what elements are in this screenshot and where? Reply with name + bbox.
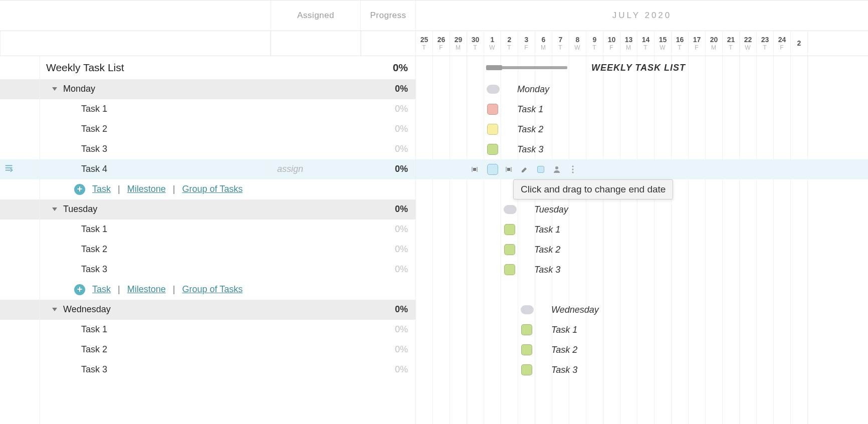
task-bar-label: Task 2 [551, 345, 577, 355]
date-col[interactable]: 8W [569, 31, 586, 56]
task-name[interactable]: Task 2 [81, 344, 107, 355]
task-bar[interactable] [487, 104, 498, 115]
end-date-handle-icon[interactable] [503, 164, 514, 175]
header-month: JULY 2020 [416, 1, 868, 31]
task-name[interactable]: Task 2 [81, 124, 107, 134]
add-milestone-link[interactable]: Milestone [127, 184, 166, 194]
task-name[interactable]: Task 3 [81, 144, 107, 154]
task-bar-label: Task 1 [534, 225, 560, 235]
date-col[interactable]: 26F [433, 31, 450, 56]
task-name[interactable]: Task 1 [81, 104, 107, 114]
date-col[interactable]: 17F [689, 31, 706, 56]
edit-icon[interactable] [519, 164, 530, 175]
group-name[interactable]: Monday [63, 84, 95, 94]
date-col[interactable]: 2T [501, 31, 518, 56]
start-date-handle-icon[interactable] [469, 164, 480, 175]
task-row[interactable]: Task 1 0% [0, 220, 415, 240]
task-row[interactable]: Task 3 0% [0, 260, 415, 280]
add-group-link[interactable]: Group of Tasks [182, 184, 243, 194]
header-assigned-col[interactable]: Assigned [271, 1, 361, 31]
task-name[interactable]: Task 4 [81, 164, 107, 174]
chevron-down-icon[interactable] [52, 87, 57, 91]
date-num: 3 [518, 36, 535, 44]
date-col[interactable]: 16T [672, 31, 689, 56]
add-task-link[interactable]: Task [92, 184, 111, 194]
task-bar[interactable] [521, 364, 532, 375]
chevron-down-icon[interactable] [52, 308, 57, 311]
tooltip: Click and drag to change end date [513, 179, 673, 199]
assign-placeholder[interactable]: assign [277, 164, 303, 174]
task-bar[interactable] [487, 144, 498, 155]
assign-user-icon[interactable] [551, 164, 562, 175]
group-summary-pill[interactable] [487, 85, 500, 94]
project-row[interactable]: Weekly Task List 0% [0, 56, 415, 79]
task-row[interactable]: Task 1 0% [0, 99, 415, 119]
date-col[interactable]: 13M [620, 31, 637, 56]
group-name[interactable]: Tuesday [63, 204, 97, 215]
header-row: Assigned Progress JULY 2020 [0, 0, 868, 31]
project-title[interactable]: Weekly Task List [46, 62, 124, 74]
add-item-row[interactable]: + Task | Milestone | Group of Tasks [0, 179, 415, 199]
add-task-link[interactable]: Task [92, 284, 111, 295]
group-row[interactable]: Tuesday 0% [0, 199, 415, 220]
date-col[interactable]: 23T [757, 31, 774, 56]
add-item-row[interactable]: + Task | Milestone | Group of Tasks [0, 280, 415, 300]
task-row[interactable]: Task 2 0% [0, 240, 415, 260]
drag-handle-icon[interactable] [4, 162, 15, 176]
group-progress: 0% [361, 304, 416, 315]
date-col[interactable]: 10F [603, 31, 620, 56]
add-milestone-link[interactable]: Milestone [127, 284, 166, 295]
task-bar[interactable] [521, 324, 532, 335]
task-name[interactable]: Task 3 [81, 264, 107, 275]
task-bar[interactable] [504, 224, 515, 235]
task-row[interactable]: Task 3 0% [0, 360, 415, 380]
task-row[interactable]: Task 4 assign 0% [0, 159, 415, 179]
date-header-row: 25T26F29M30T1W2T3F6M7T8W9T10F13M14T15W16… [0, 31, 868, 56]
task-name[interactable]: Task 1 [81, 324, 107, 335]
date-num: 26 [433, 36, 450, 44]
task-bar[interactable] [487, 164, 498, 175]
task-row[interactable]: Task 2 0% [0, 119, 415, 139]
date-num: 25 [416, 36, 432, 44]
task-name[interactable]: Task 1 [81, 224, 107, 235]
date-col[interactable]: 24F [774, 31, 791, 56]
task-bar[interactable] [504, 264, 515, 275]
task-row[interactable]: Task 2 0% [0, 340, 415, 360]
date-col[interactable]: 21T [723, 31, 740, 56]
gantt-panel[interactable]: WEEKLY TASK LISTMondayTask 1Task 2Task 3… [416, 56, 868, 424]
date-col[interactable]: 15W [655, 31, 672, 56]
date-col[interactable]: 30T [467, 31, 484, 56]
task-row[interactable]: Task 1 0% [0, 320, 415, 340]
task-bar[interactable] [521, 344, 532, 355]
date-num: 20 [706, 36, 722, 44]
date-col[interactable]: 14T [637, 31, 655, 56]
header-progress-col[interactable]: Progress [361, 1, 416, 31]
add-icon[interactable]: + [74, 184, 85, 195]
task-bar[interactable] [487, 124, 498, 135]
chevron-down-icon[interactable] [52, 207, 57, 211]
date-col[interactable]: 22W [740, 31, 757, 56]
group-name[interactable]: Wednesday [63, 304, 111, 315]
date-col[interactable]: 3F [518, 31, 535, 56]
date-col[interactable]: 7T [552, 31, 569, 56]
color-icon[interactable] [535, 164, 546, 175]
date-col[interactable]: 25T [416, 31, 433, 56]
group-summary-pill[interactable] [521, 305, 534, 314]
group-row[interactable]: Monday 0% [0, 79, 415, 99]
date-col[interactable]: 6M [535, 31, 552, 56]
date-num: 14 [637, 36, 654, 44]
group-row[interactable]: Wednesday 0% [0, 300, 415, 320]
add-icon[interactable]: + [74, 284, 85, 295]
date-col[interactable]: 1W [484, 31, 501, 56]
task-row[interactable]: Task 3 0% [0, 139, 415, 159]
date-col[interactable]: 20M [706, 31, 723, 56]
date-col[interactable]: 29M [450, 31, 467, 56]
date-col[interactable]: 9T [586, 31, 603, 56]
task-name[interactable]: Task 3 [81, 364, 107, 375]
task-name[interactable]: Task 2 [81, 244, 107, 255]
task-bar[interactable] [504, 244, 515, 255]
group-summary-pill[interactable] [504, 205, 517, 214]
add-group-link[interactable]: Group of Tasks [182, 284, 243, 295]
more-icon[interactable] [567, 164, 578, 175]
date-col[interactable]: 2 [791, 31, 808, 56]
